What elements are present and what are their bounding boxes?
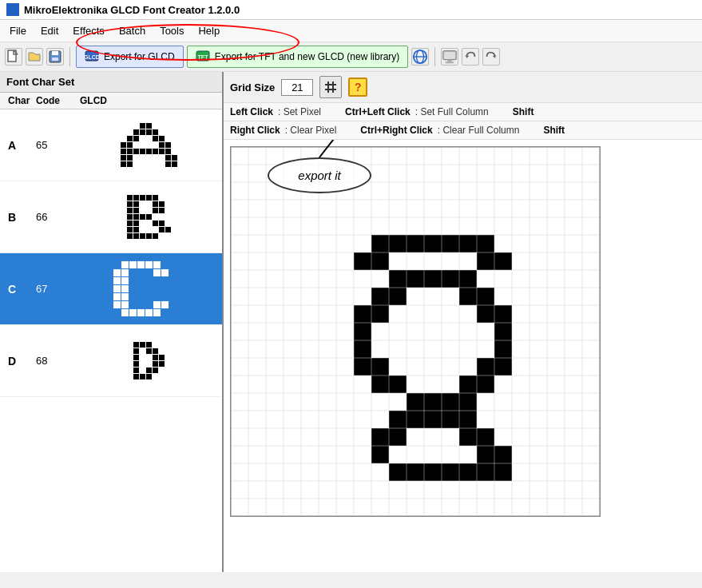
- toolbar-undo[interactable]: [462, 48, 479, 66]
- menu-batch[interactable]: Batch: [113, 22, 152, 39]
- char-code-d: 68: [32, 355, 76, 367]
- menu-help[interactable]: Help: [192, 22, 226, 39]
- app-icon: [6, 3, 19, 16]
- font-panel-columns: Char Code GLCD: [0, 93, 222, 109]
- char-label-a: A: [0, 139, 32, 152]
- export-tft-button[interactable]: TFT Export for TFT and new GLCD (new lib…: [187, 46, 409, 68]
- pixel-grid[interactable]: [230, 146, 601, 517]
- grid-size-input[interactable]: [281, 79, 313, 96]
- char-glcd-a: [76, 119, 222, 172]
- toolbar-sep2: [434, 47, 435, 66]
- legend-right-click: Right Click : Clear Pixel: [230, 125, 336, 136]
- toolbar-web[interactable]: [411, 48, 429, 66]
- char-row-b[interactable]: B 66: [0, 181, 222, 253]
- char-preview-d: [133, 342, 165, 380]
- svg-rect-11: [443, 51, 456, 60]
- legend-bar-2: Right Click : Clear Pixel Ctrl+Right Cli…: [224, 121, 702, 140]
- menu-bar: File Edit Effects Batch Tools Help: [0, 20, 702, 42]
- char-glcd-d: [76, 338, 222, 384]
- pixel-grid-container: export it: [224, 140, 702, 572]
- char-preview-a: [121, 123, 178, 168]
- legend-shift2: Shift: [543, 125, 565, 136]
- legend-shift1: Shift: [513, 106, 534, 117]
- toolbar: GLCD Export for GLCD TFT Export for TFT …: [0, 42, 702, 72]
- main-layout: Font Char Set Char Code GLCD A 65 B 66: [0, 72, 702, 572]
- col-header-glcd: GLCD: [76, 93, 222, 109]
- legend-left-click: Left Click : Set Pixel: [230, 106, 321, 117]
- legend-ctrl-right: Ctrl+Right Click : Clear Full Column: [360, 125, 519, 136]
- toolbar-monitor[interactable]: [441, 48, 458, 66]
- char-row-d[interactable]: D 68: [0, 325, 222, 397]
- char-list: A 65 B 66 C 67: [0, 109, 222, 572]
- svg-rect-2: [52, 51, 58, 55]
- menu-tools[interactable]: Tools: [153, 22, 190, 39]
- menu-edit[interactable]: Edit: [34, 22, 65, 39]
- char-label-c: C: [0, 283, 32, 296]
- toolbar-new[interactable]: [5, 48, 22, 66]
- export-tft-icon: TFT: [196, 50, 210, 64]
- font-panel: Font Char Set Char Code GLCD A 65 B 66: [0, 72, 224, 572]
- toolbar-open[interactable]: [26, 48, 43, 66]
- grid-hash-button[interactable]: [319, 76, 342, 98]
- char-label-d: D: [0, 355, 32, 368]
- export-glcd-button[interactable]: GLCD Export for GLCD: [76, 46, 184, 68]
- char-code-c: 67: [32, 283, 76, 295]
- title-bar: MikroElektronika GLCD Font Creator 1.2.0…: [0, 0, 702, 20]
- col-header-code: Code: [32, 93, 76, 109]
- grid-size-label: Grid Size: [230, 81, 275, 93]
- svg-rect-3: [52, 58, 58, 61]
- char-glcd-b: [76, 191, 222, 244]
- right-panel: Grid Size ? Left Click : Set Pixel Ctrl+…: [224, 72, 702, 572]
- grid-controls: Grid Size ?: [224, 72, 702, 103]
- font-panel-title: Font Char Set: [6, 76, 74, 88]
- legend-bar: Left Click : Set Pixel Ctrl+Left Click :…: [224, 103, 702, 121]
- col-header-char: Char: [0, 93, 32, 109]
- export-tft-label: Export for TFT and new GLCD (new library…: [215, 51, 400, 62]
- char-preview-c: [113, 261, 185, 317]
- toolbar-sep1: [69, 47, 70, 66]
- export-glcd-label: Export for GLCD: [104, 51, 175, 62]
- menu-file[interactable]: File: [3, 22, 33, 39]
- char-code-a: 65: [32, 139, 76, 151]
- char-label-b: B: [0, 211, 32, 224]
- svg-text:TFT: TFT: [197, 54, 208, 60]
- char-row-c[interactable]: C 67: [0, 253, 222, 325]
- svg-rect-13: [446, 62, 454, 63]
- toolbar-save[interactable]: [46, 48, 64, 66]
- help-button[interactable]: ?: [348, 77, 367, 97]
- char-preview-b: [127, 195, 172, 240]
- export-glcd-icon: GLCD: [85, 50, 99, 64]
- char-glcd-c: [76, 257, 222, 321]
- svg-rect-12: [448, 60, 452, 62]
- char-row-a[interactable]: A 65: [0, 109, 222, 181]
- char-code-b: 66: [32, 211, 76, 223]
- legend-ctrl-left: Ctrl+Left Click : Set Full Column: [345, 106, 489, 117]
- menu-effects[interactable]: Effects: [66, 22, 111, 39]
- font-panel-header: Font Char Set: [0, 72, 222, 93]
- toolbar-redo[interactable]: [482, 48, 500, 66]
- svg-text:GLCD: GLCD: [85, 54, 99, 60]
- app-title: MikroElektronika GLCD Font Creator 1.2.0…: [24, 4, 240, 16]
